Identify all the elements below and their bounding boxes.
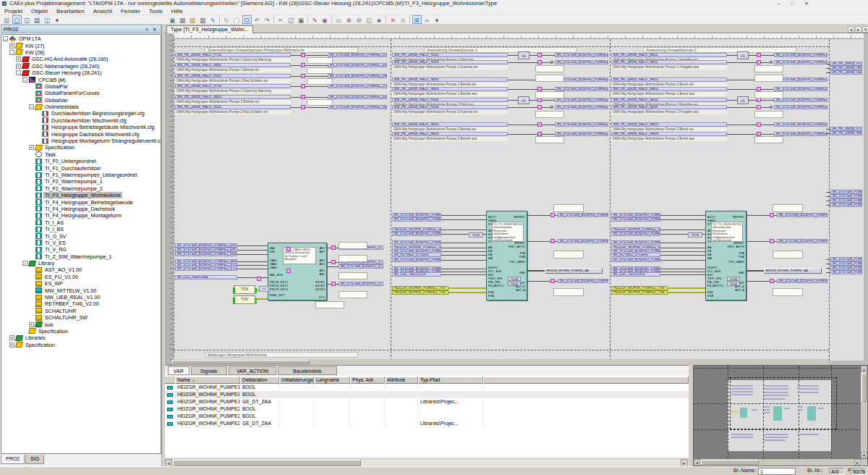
table-view-icon[interactable]: ▦ bbox=[178, 15, 187, 24]
signal-bar[interactable]: BW_HK_28A58_49E37_4S03 bbox=[392, 53, 508, 57]
empty-box[interactable] bbox=[553, 288, 584, 296]
tree-item[interactable]: TI_V_RG bbox=[1, 246, 161, 253]
empty-box[interactable] bbox=[307, 99, 333, 106]
menu-ansicht[interactable]: Ansicht bbox=[89, 7, 116, 15]
copy-icon[interactable]: ◫ bbox=[286, 15, 296, 24]
minimap-hscroll-thumb[interactable] bbox=[701, 460, 759, 465]
expand-icon[interactable]: + bbox=[16, 64, 21, 69]
signal-bar[interactable]: BW_HK_28A58_49E37_4T05 bbox=[175, 53, 291, 57]
tree-item[interactable]: TI_F1_Waermepumpen_Uebergeordnet bbox=[1, 172, 161, 178]
signal-bar[interactable]: BW_HK_28A58_49E37_4M03 bbox=[611, 122, 727, 127]
column-header[interactable]: Langname bbox=[314, 377, 350, 384]
parameter-box[interactable]: TRUE bbox=[727, 282, 740, 286]
menu-fenster[interactable]: Fenster bbox=[116, 7, 145, 15]
function-block[interactable]: AUTOHANDSTVAEEINFRZUAAEABAMABUSPCSTC_AUS… bbox=[486, 211, 527, 300]
sheet-title-bar[interactable]: Stoermeldungen Umwaelzpumpen Heizgruppe … bbox=[205, 47, 358, 53]
tree-item[interactable]: +sub bbox=[1, 321, 161, 327]
tree-item[interactable]: RETRBEF_TI46_V2.00 bbox=[1, 300, 161, 307]
table-row[interactable]: HEIZGR_WOHNK_PUMPE1_AABOOL bbox=[165, 384, 689, 391]
signal-bar[interactable]: BW_HK_28A58_49E37_4S04 bbox=[392, 60, 508, 64]
document-tab[interactable]: Type [TI_F3_Heizgruppe_Wohn... bbox=[166, 25, 253, 33]
empty-box[interactable] bbox=[339, 255, 367, 262]
empty-box[interactable] bbox=[307, 78, 333, 85]
signal-bar[interactable]: BW_HK_28A58_49E37_4S01 bbox=[175, 74, 291, 78]
expand-icon[interactable]: + bbox=[16, 56, 21, 62]
empty-box[interactable] bbox=[535, 111, 564, 118]
or-gate[interactable]: ≥1 bbox=[737, 51, 749, 59]
empty-box[interactable] bbox=[535, 65, 564, 72]
collapse-icon[interactable]: - bbox=[22, 77, 27, 83]
signal-bar[interactable]: BW_HK_28A58_49E37_4S02 bbox=[175, 105, 291, 109]
tree-item[interactable]: -CPCI85 (M) bbox=[1, 76, 161, 83]
empty-box[interactable] bbox=[773, 251, 803, 258]
tree-item[interactable]: +Specification bbox=[1, 342, 161, 348]
empty-box[interactable] bbox=[754, 75, 783, 82]
overview-minimap[interactable]: ▴▾◂▸ bbox=[693, 365, 868, 466]
cascade-windows-icon[interactable]: ◫ bbox=[22, 15, 32, 24]
tree-item[interactable]: TI_Z_SIM_Waermepumpe_1 bbox=[1, 253, 161, 260]
expand-icon[interactable]: + bbox=[9, 342, 14, 348]
diagram-view-icon[interactable]: ▣ bbox=[168, 15, 177, 24]
or-gate[interactable]: ≥1 bbox=[518, 51, 529, 59]
sheet-title-bar[interactable]: Meldungen Heizgruppe Wohnkolonie bbox=[205, 352, 358, 358]
align-icon[interactable]: ≣ bbox=[399, 15, 408, 24]
tree-item[interactable]: +GSC-HG And Automatik (28,160) bbox=[1, 56, 161, 62]
tree-item[interactable]: Specification bbox=[1, 328, 161, 335]
column-header[interactable]: Attribute bbox=[385, 377, 418, 384]
tree-item[interactable]: Durchlauferhitzer Mischventil.cfg bbox=[1, 117, 161, 124]
tree-item[interactable]: -OPM LTA bbox=[1, 35, 161, 42]
close-button[interactable]: ✕ bbox=[800, 0, 813, 7]
format-painter-icon[interactable]: ✎ bbox=[310, 15, 320, 24]
signal-ref-bar[interactable]: B4_SYSTEM_BUSPRO_PUMPE2_BB bbox=[555, 122, 608, 127]
tree-item[interactable]: TI_O_SV bbox=[1, 232, 161, 239]
tree-item[interactable]: -KW (28) bbox=[1, 49, 161, 56]
or-gate[interactable]: ≥1 bbox=[518, 96, 529, 104]
table-tab-var[interactable]: VAR bbox=[168, 366, 190, 375]
tree-item[interactable]: -Library bbox=[1, 260, 161, 266]
signal-ref-bar[interactable]: B4_SYSTEM_BUSPRO_PUMPE1_NOT bbox=[774, 60, 827, 64]
tree-item[interactable]: TI_I_BS bbox=[1, 226, 161, 232]
connection-mode-icon[interactable]: ⊡ bbox=[242, 15, 252, 24]
sheet-title-bar[interactable]: Ansteuerung Umwaelzpumpe 2 bbox=[643, 47, 796, 53]
toolbar-options-icon[interactable]: ▾ bbox=[433, 15, 442, 24]
menu-hilfe[interactable]: Hilfe bbox=[167, 7, 187, 15]
empty-box[interactable] bbox=[754, 91, 783, 98]
empty-box[interactable] bbox=[535, 91, 564, 98]
input-signal-bar[interactable]: B4_LSG_TESTLOCK bbox=[611, 272, 660, 277]
collapse-icon[interactable]: - bbox=[22, 261, 27, 266]
link-mode-icon[interactable]: ∞ bbox=[422, 15, 432, 24]
timer-block[interactable]: TON bbox=[234, 285, 255, 294]
zoom-in-icon[interactable]: ⊕ bbox=[344, 15, 354, 24]
signal-bar[interactable]: BW_HK_28A58_49E37_4B05 bbox=[392, 132, 508, 136]
tree-item[interactable]: AST_AO_V1.00 bbox=[1, 266, 161, 273]
table-tab-bausteinliste[interactable]: Bausteinliste bbox=[278, 366, 337, 375]
signal-ref-bar[interactable]: B4_SYSTEM_BUSPRO_PUMPE1_AUTO bbox=[555, 60, 608, 64]
properties-window-icon[interactable]: ▤ bbox=[2, 15, 12, 24]
input-signal-bar[interactable]: B4_SYSTEM_BUSPRO_PUMPE1_STO bbox=[392, 258, 441, 262]
parameter-box[interactable]: n:1 bbox=[259, 286, 269, 292]
zoom-window-icon[interactable]: ▭ bbox=[334, 15, 344, 24]
tab-scroll-left-button[interactable]: ◂ bbox=[848, 26, 854, 33]
signal-ref-bar[interactable]: B4_SYSTEM_BUSPRO_PUMPE1_REP bbox=[328, 74, 387, 78]
empty-box[interactable] bbox=[773, 288, 803, 296]
parameter-box[interactable]: TRUE bbox=[508, 277, 521, 281]
signal-bar[interactable]: BW_HK_28A58_49E37_4E01 bbox=[611, 53, 727, 57]
tree-item[interactable]: TI_F2_Waermepumpe_1 bbox=[1, 178, 161, 185]
column-header[interactable]: Typ-Pfad bbox=[418, 377, 483, 384]
signal-bar[interactable]: BW_HK_28A58_49E37_4B03 bbox=[175, 95, 291, 99]
minimap-vscroll-thumb[interactable] bbox=[861, 373, 867, 402]
tree-item[interactable]: SCHALTUHR_SW bbox=[1, 314, 161, 321]
parameter-box[interactable]: TRUE bbox=[469, 232, 483, 238]
ellipse-tool-icon[interactable]: ◯ bbox=[232, 15, 242, 24]
empty-box[interactable] bbox=[535, 75, 564, 82]
tree-item[interactable]: GlobalVar bbox=[1, 97, 161, 104]
signal-ref-bar[interactable]: B4_SYSTEM_BUSPRO_PUMPE2_AUTO bbox=[555, 105, 608, 109]
table-row[interactable]: HEIZGR_WOHNK_PUMPE2_ZAAGE_DT_ZAALibrarie… bbox=[165, 420, 689, 427]
input-signal-bar[interactable]: B4_SYSTEM_BUSPRO_PUMPE2_STO bbox=[611, 258, 660, 262]
empty-box[interactable] bbox=[553, 204, 584, 212]
signal-bar[interactable]: BW_HK_28A58_49E37_4M02 bbox=[611, 87, 727, 91]
signal-bar[interactable]: BW_HK_28A58_49E37_4B03 bbox=[392, 122, 508, 127]
tree-item[interactable]: ES_WP bbox=[1, 280, 161, 287]
connector-icon[interactable] bbox=[257, 277, 261, 281]
tree-item[interactable]: TI_F4_Heizgruppe_Dachstock bbox=[1, 206, 161, 212]
